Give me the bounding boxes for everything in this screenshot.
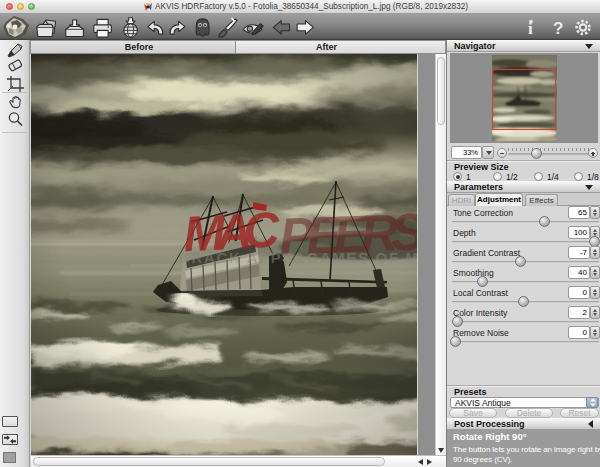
svg-text:?: ?: [553, 19, 563, 38]
